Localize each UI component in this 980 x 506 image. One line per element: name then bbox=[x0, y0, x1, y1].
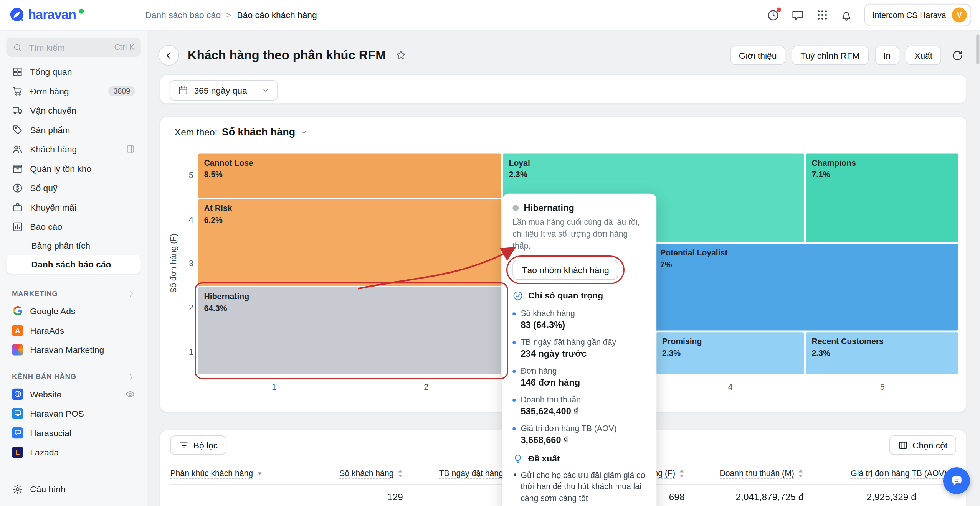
favorite-star-icon[interactable] bbox=[395, 49, 407, 61]
choose-columns-button[interactable]: Chọn cột bbox=[889, 435, 957, 455]
segment-hibernating[interactable]: Hibernating 64.3% bbox=[198, 287, 501, 374]
sidebar-footer: Cấu hình bbox=[6, 479, 141, 498]
sidebar-item-label: Báo cáo bbox=[30, 221, 135, 231]
lazada-icon: L bbox=[12, 446, 23, 457]
sidebar-item-lazada[interactable]: L Lazada bbox=[6, 442, 141, 461]
export-button[interactable]: Xuất bbox=[906, 46, 941, 65]
view-by-value: Số khách hàng bbox=[222, 126, 295, 138]
sidebar-item-don-hang[interactable]: Đơn hàng 3809 bbox=[6, 81, 141, 101]
calendar-icon bbox=[178, 85, 188, 96]
sidebar-item-tong-quan[interactable]: Tổng quan bbox=[6, 62, 141, 81]
y-tick: 4 bbox=[181, 215, 193, 224]
chevron-down-icon bbox=[261, 86, 269, 94]
metric-customers: Số khách hàng 83 (64.3%) bbox=[512, 308, 646, 330]
metric-label: TB ngày đặt hàng gần đây bbox=[521, 337, 646, 346]
print-button[interactable]: In bbox=[874, 46, 899, 65]
sidebar-item-website[interactable]: Website bbox=[6, 384, 141, 403]
sidebar-section-channels[interactable]: KÊNH BÁN HÀNG bbox=[6, 369, 141, 384]
haravan-logo-icon bbox=[9, 7, 25, 23]
sidebar-item-label: Vận chuyển bbox=[30, 105, 135, 115]
breadcrumb-current: Báo cáo khách hàng bbox=[237, 10, 317, 20]
column-header-customers[interactable]: Số khách hàng bbox=[316, 468, 403, 479]
account-switcher[interactable]: Intercom CS Harava... V bbox=[864, 4, 971, 26]
metric-aov: Giá trị đơn hàng TB (AOV) 3,668,660 ₫ bbox=[512, 423, 646, 444]
sidebar-item-khuyen-mai[interactable]: Khuyến mãi bbox=[6, 198, 141, 217]
back-button[interactable] bbox=[158, 45, 179, 66]
refresh-button[interactable] bbox=[947, 45, 967, 65]
topbar-actions: Intercom CS Harava... V bbox=[767, 4, 980, 26]
create-customer-group-button[interactable]: Tạo nhóm khách hàng bbox=[512, 260, 618, 280]
sidebar-item-san-pham[interactable]: Sản phẩm bbox=[6, 120, 141, 139]
dropdown-caret-icon bbox=[257, 470, 263, 476]
filter-button[interactable]: Bộ lọc bbox=[170, 435, 226, 455]
sidebar-item-label: Bảng phân tích bbox=[31, 241, 136, 251]
sidebar-item-label: Sổ quỹ bbox=[30, 183, 135, 193]
segment-at-risk[interactable]: At Risk 6.2% bbox=[198, 199, 501, 286]
screenshot-viewport: haravan Danh sách báo cáo > Báo cáo khác… bbox=[0, 0, 980, 506]
inventory-icon bbox=[12, 163, 23, 174]
sidebar-item-bao-cao[interactable]: Báo cáo bbox=[6, 217, 141, 236]
promotion-icon bbox=[12, 201, 23, 213]
date-range-selector[interactable]: 365 ngày qua bbox=[170, 80, 278, 101]
chevron-right-icon bbox=[126, 372, 135, 381]
page-title: Khách hàng theo phân khúc RFM bbox=[188, 48, 386, 62]
metric-orders: Đơn hàng 146 đơn hàng bbox=[512, 366, 646, 387]
search-input[interactable] bbox=[28, 41, 109, 53]
segment-champions[interactable]: Champions 7.1% bbox=[806, 154, 958, 242]
segment-recent-customers[interactable]: Recent Customers 2.3% bbox=[806, 332, 958, 374]
segment-tooltip: Hibernating Lần mua hàng cuối cùng đã lâ… bbox=[502, 194, 656, 506]
metric-value: 146 đơn hàng bbox=[521, 377, 646, 387]
segment-cannot-lose[interactable]: Cannot Lose 8.5% bbox=[198, 154, 501, 198]
suggestion-title: Đề xuất bbox=[528, 453, 560, 463]
segment-value: 64.3% bbox=[204, 304, 496, 313]
customize-rfm-button[interactable]: Tuỳ chỉnh RFM bbox=[792, 46, 869, 65]
haravan-marketing-icon bbox=[12, 344, 23, 355]
sidebar-item-van-chuyen[interactable]: Vận chuyển bbox=[6, 101, 141, 120]
sidebar-item-google-ads[interactable]: Google Ads bbox=[6, 301, 141, 320]
sidebar-item-so-quy[interactable]: Sổ quỹ bbox=[6, 178, 141, 197]
bell-icon[interactable] bbox=[840, 8, 853, 21]
sidebar-item-khach-hang[interactable]: Khách hàng bbox=[6, 139, 141, 158]
bullet-dot bbox=[512, 398, 516, 401]
sidebar-item-danh-sach-bao-cao[interactable]: Danh sách báo cáo bbox=[6, 255, 141, 274]
intro-button[interactable]: Giới thiệu bbox=[730, 46, 785, 65]
breadcrumb-parent[interactable]: Danh sách báo cáo bbox=[145, 10, 221, 20]
scrollbar-thumb[interactable] bbox=[976, 35, 979, 64]
column-header-segment[interactable]: Phân khúc khách hàng bbox=[170, 468, 315, 479]
apps-grid-icon[interactable] bbox=[815, 8, 828, 21]
feedback-icon[interactable] bbox=[791, 8, 804, 21]
sidebar-item-cau-hinh[interactable]: Cấu hình bbox=[6, 479, 141, 498]
google-ads-icon bbox=[12, 305, 23, 316]
bullet-dot bbox=[514, 473, 516, 476]
open-panel-icon[interactable] bbox=[125, 144, 135, 154]
sidebar-item-label: Haravan POS bbox=[30, 408, 135, 418]
sidebar-search[interactable]: Ctrl K bbox=[6, 38, 141, 57]
metric-value: 83 (64.3%) bbox=[521, 320, 646, 330]
column-header-aov[interactable]: Giá trị đơn hàng TB (AOV) bbox=[803, 468, 956, 479]
column-header-net-revenue[interactable]: Doanh thu thuần (M) bbox=[685, 468, 804, 479]
sidebar-item-label: Tổng quan bbox=[30, 66, 135, 76]
chat-widget-button[interactable] bbox=[943, 467, 970, 494]
haravan-logo[interactable]: haravan bbox=[0, 7, 145, 23]
sidebar-item-haraads[interactable]: A HaraAds bbox=[6, 320, 141, 340]
bullet-dot bbox=[512, 369, 516, 372]
sidebar-item-haravan-marketing[interactable]: Haravan Marketing bbox=[6, 340, 141, 359]
sidebar-item-bang-phan-tich[interactable]: Bảng phân tích bbox=[6, 236, 141, 255]
sidebar-item-harasocial[interactable]: Harasocial bbox=[6, 423, 141, 442]
date-filter-card: 365 ngày qua bbox=[160, 74, 967, 104]
sidebar-item-quan-ly-ton-kho[interactable]: Quản lý tồn kho bbox=[6, 159, 141, 178]
segment-potential-loyalist[interactable]: Potential Loyalist 7% bbox=[654, 244, 958, 330]
customers-icon bbox=[12, 143, 23, 155]
eye-icon[interactable] bbox=[125, 389, 135, 399]
view-by-selector[interactable]: Xem theo: Số khách hàng bbox=[175, 126, 308, 138]
bullet-dot bbox=[512, 341, 516, 344]
sidebar-section-marketing[interactable]: MARKETING bbox=[6, 286, 141, 301]
sidebar: Ctrl K Tổng quan Đơn hàng 3809 Vận chuyể… bbox=[0, 30, 147, 506]
metric-label: Giá trị đơn hàng TB (AOV) bbox=[521, 423, 646, 432]
filter-button-label: Bộ lọc bbox=[193, 440, 218, 450]
history-icon[interactable] bbox=[767, 8, 780, 21]
segment-promising[interactable]: Promising 2.3% bbox=[656, 332, 804, 374]
sidebar-item-haravan-pos[interactable]: Haravan POS bbox=[6, 404, 141, 423]
y-tick: 1 bbox=[181, 347, 193, 356]
chevron-down-icon bbox=[299, 128, 307, 136]
